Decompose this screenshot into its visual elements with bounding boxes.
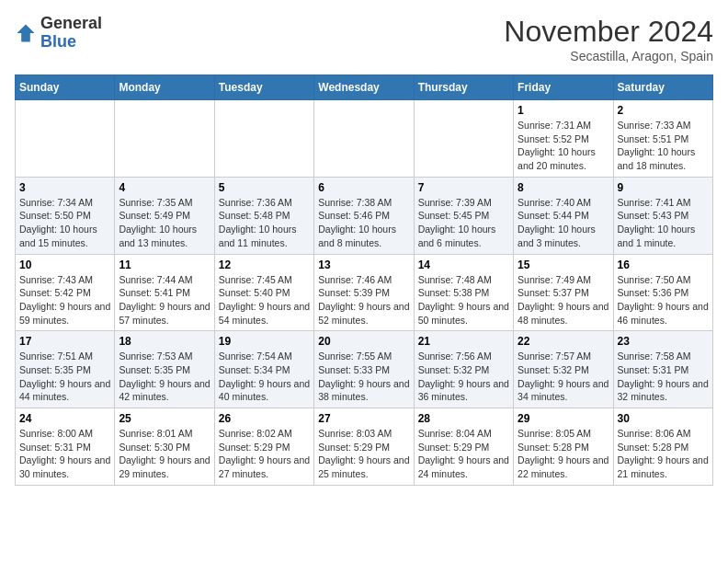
cell-content: Sunrise: 8:05 AM Sunset: 5:28 PM Dayligh… — [518, 427, 609, 481]
calendar-cell — [16, 100, 115, 178]
day-number: 18 — [119, 335, 210, 348]
calendar-cell: 16Sunrise: 7:50 AM Sunset: 5:36 PM Dayli… — [613, 254, 712, 331]
cell-content: Sunrise: 8:01 AM Sunset: 5:30 PM Dayligh… — [119, 427, 210, 481]
day-number: 4 — [119, 181, 210, 194]
calendar-cell: 12Sunrise: 7:45 AM Sunset: 5:40 PM Dayli… — [214, 254, 313, 331]
cell-content: Sunrise: 7:53 AM Sunset: 5:35 PM Dayligh… — [119, 350, 210, 404]
cell-content: Sunrise: 7:38 AM Sunset: 5:46 PM Dayligh… — [318, 196, 409, 250]
calendar-week-row: 24Sunrise: 8:00 AM Sunset: 5:31 PM Dayli… — [16, 408, 713, 486]
day-number: 22 — [518, 335, 609, 348]
day-number: 7 — [418, 181, 509, 194]
calendar-cell: 20Sunrise: 7:55 AM Sunset: 5:33 PM Dayli… — [314, 331, 414, 408]
day-number: 11 — [119, 259, 210, 271]
calendar-week-row: 3Sunrise: 7:34 AM Sunset: 5:50 PM Daylig… — [16, 177, 713, 254]
day-number: 21 — [418, 335, 509, 348]
calendar-cell: 21Sunrise: 7:56 AM Sunset: 5:32 PM Dayli… — [414, 331, 513, 408]
calendar-cell: 29Sunrise: 8:05 AM Sunset: 5:28 PM Dayli… — [514, 408, 613, 486]
title-block: November 2024 Secastilla, Aragon, Spain — [504, 15, 713, 63]
day-number: 15 — [518, 259, 609, 271]
calendar-cell: 24Sunrise: 8:00 AM Sunset: 5:31 PM Dayli… — [16, 408, 115, 486]
calendar-cell: 15Sunrise: 7:49 AM Sunset: 5:37 PM Dayli… — [514, 254, 613, 331]
calendar-cell: 11Sunrise: 7:44 AM Sunset: 5:41 PM Dayli… — [115, 254, 214, 331]
cell-content: Sunrise: 7:46 AM Sunset: 5:39 PM Dayligh… — [318, 273, 409, 327]
calendar-cell: 25Sunrise: 8:01 AM Sunset: 5:30 PM Dayli… — [115, 408, 214, 486]
weekday-header-row: SundayMondayTuesdayWednesdayThursdayFrid… — [16, 75, 713, 100]
calendar-cell: 2Sunrise: 7:33 AM Sunset: 5:51 PM Daylig… — [613, 100, 712, 178]
logo: General Blue — [15, 15, 102, 52]
weekday-header: Sunday — [16, 75, 115, 100]
cell-content: Sunrise: 7:56 AM Sunset: 5:32 PM Dayligh… — [418, 350, 509, 404]
calendar-cell: 17Sunrise: 7:51 AM Sunset: 5:35 PM Dayli… — [16, 331, 115, 408]
calendar-cell: 4Sunrise: 7:35 AM Sunset: 5:49 PM Daylig… — [115, 177, 214, 254]
weekday-header: Tuesday — [214, 75, 313, 100]
cell-content: Sunrise: 8:03 AM Sunset: 5:29 PM Dayligh… — [318, 427, 409, 481]
day-number: 24 — [19, 412, 110, 425]
calendar-cell: 14Sunrise: 7:48 AM Sunset: 5:38 PM Dayli… — [414, 254, 513, 331]
day-number: 13 — [318, 259, 409, 271]
day-number: 20 — [318, 335, 409, 348]
day-number: 2 — [618, 104, 709, 117]
cell-content: Sunrise: 7:43 AM Sunset: 5:42 PM Dayligh… — [19, 273, 110, 327]
cell-content: Sunrise: 7:45 AM Sunset: 5:40 PM Dayligh… — [219, 273, 310, 327]
day-number: 12 — [219, 259, 310, 271]
cell-content: Sunrise: 7:48 AM Sunset: 5:38 PM Dayligh… — [418, 273, 509, 327]
day-number: 27 — [318, 412, 409, 425]
day-number: 10 — [19, 259, 110, 271]
day-number: 14 — [418, 259, 509, 271]
cell-content: Sunrise: 7:35 AM Sunset: 5:49 PM Dayligh… — [119, 196, 210, 250]
cell-content: Sunrise: 7:49 AM Sunset: 5:37 PM Dayligh… — [518, 273, 609, 327]
cell-content: Sunrise: 7:41 AM Sunset: 5:43 PM Dayligh… — [618, 196, 709, 250]
cell-content: Sunrise: 7:31 AM Sunset: 5:52 PM Dayligh… — [518, 119, 609, 173]
cell-content: Sunrise: 7:40 AM Sunset: 5:44 PM Dayligh… — [518, 196, 609, 250]
calendar-cell: 5Sunrise: 7:36 AM Sunset: 5:48 PM Daylig… — [214, 177, 313, 254]
calendar-week-row: 1Sunrise: 7:31 AM Sunset: 5:52 PM Daylig… — [16, 100, 713, 178]
day-number: 25 — [119, 412, 210, 425]
location: Secastilla, Aragon, Spain — [504, 49, 713, 63]
logo-blue: Blue — [40, 32, 76, 51]
day-number: 17 — [19, 335, 110, 348]
calendar-cell: 26Sunrise: 8:02 AM Sunset: 5:29 PM Dayli… — [214, 408, 313, 486]
cell-content: Sunrise: 8:04 AM Sunset: 5:29 PM Dayligh… — [418, 427, 509, 481]
calendar-week-row: 10Sunrise: 7:43 AM Sunset: 5:42 PM Dayli… — [16, 254, 713, 331]
cell-content: Sunrise: 8:02 AM Sunset: 5:29 PM Dayligh… — [219, 427, 310, 481]
cell-content: Sunrise: 7:44 AM Sunset: 5:41 PM Dayligh… — [119, 273, 210, 327]
cell-content: Sunrise: 7:58 AM Sunset: 5:31 PM Dayligh… — [618, 350, 709, 404]
cell-content: Sunrise: 7:39 AM Sunset: 5:45 PM Dayligh… — [418, 196, 509, 250]
day-number: 16 — [618, 259, 709, 271]
day-number: 29 — [518, 412, 609, 425]
weekday-header: Saturday — [613, 75, 712, 100]
day-number: 19 — [219, 335, 310, 348]
calendar-cell: 6Sunrise: 7:38 AM Sunset: 5:46 PM Daylig… — [314, 177, 414, 254]
calendar-table: SundayMondayTuesdayWednesdayThursdayFrid… — [15, 75, 713, 486]
calendar-cell: 27Sunrise: 8:03 AM Sunset: 5:29 PM Dayli… — [314, 408, 414, 486]
calendar-cell: 9Sunrise: 7:41 AM Sunset: 5:43 PM Daylig… — [613, 177, 712, 254]
weekday-header: Wednesday — [314, 75, 414, 100]
cell-content: Sunrise: 7:50 AM Sunset: 5:36 PM Dayligh… — [618, 273, 709, 327]
day-number: 30 — [618, 412, 709, 425]
calendar-cell: 10Sunrise: 7:43 AM Sunset: 5:42 PM Dayli… — [16, 254, 115, 331]
calendar-cell: 8Sunrise: 7:40 AM Sunset: 5:44 PM Daylig… — [514, 177, 613, 254]
cell-content: Sunrise: 7:36 AM Sunset: 5:48 PM Dayligh… — [219, 196, 310, 250]
cell-content: Sunrise: 7:54 AM Sunset: 5:34 PM Dayligh… — [219, 350, 310, 404]
day-number: 23 — [618, 335, 709, 348]
calendar-cell: 18Sunrise: 7:53 AM Sunset: 5:35 PM Dayli… — [115, 331, 214, 408]
calendar-cell: 23Sunrise: 7:58 AM Sunset: 5:31 PM Dayli… — [613, 331, 712, 408]
day-number: 8 — [518, 181, 609, 194]
logo-icon — [15, 22, 37, 44]
day-number: 3 — [19, 181, 110, 194]
day-number: 5 — [219, 181, 310, 194]
cell-content: Sunrise: 7:57 AM Sunset: 5:32 PM Dayligh… — [518, 350, 609, 404]
weekday-header: Thursday — [414, 75, 513, 100]
calendar-cell: 1Sunrise: 7:31 AM Sunset: 5:52 PM Daylig… — [514, 100, 613, 178]
calendar-cell: 19Sunrise: 7:54 AM Sunset: 5:34 PM Dayli… — [214, 331, 313, 408]
svg-marker-0 — [17, 24, 34, 41]
calendar-cell: 28Sunrise: 8:04 AM Sunset: 5:29 PM Dayli… — [414, 408, 513, 486]
day-number: 1 — [518, 104, 609, 117]
day-number: 26 — [219, 412, 310, 425]
day-number: 6 — [318, 181, 409, 194]
calendar-cell — [414, 100, 513, 178]
day-number: 9 — [618, 181, 709, 194]
weekday-header: Friday — [514, 75, 613, 100]
weekday-header: Monday — [115, 75, 214, 100]
calendar-cell: 30Sunrise: 8:06 AM Sunset: 5:28 PM Dayli… — [613, 408, 712, 486]
